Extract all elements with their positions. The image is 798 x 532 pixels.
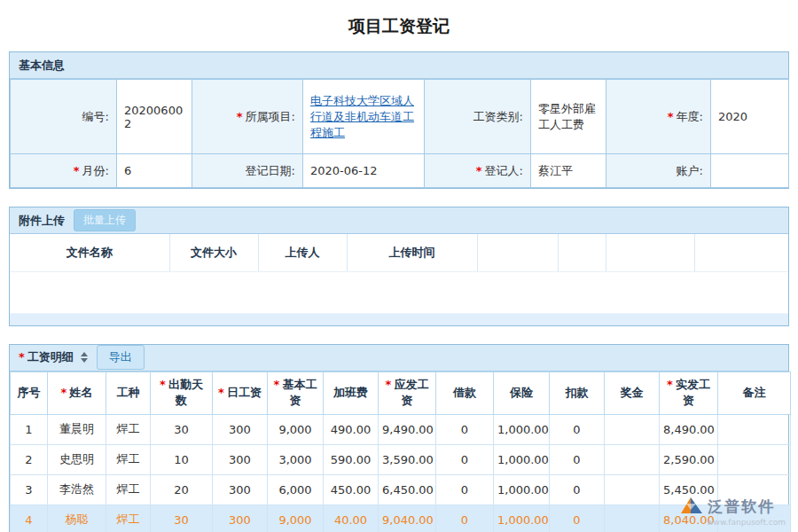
table-cell: 3,590.00 bbox=[379, 444, 436, 474]
required-marker: * bbox=[386, 378, 392, 391]
table-cell: 1,000.00 bbox=[494, 444, 550, 474]
table-cell: 3,000 bbox=[268, 444, 324, 474]
table-cell bbox=[605, 444, 660, 474]
table-cell: 300 bbox=[213, 414, 268, 444]
table-cell: 6,450.00 bbox=[379, 474, 436, 505]
table-cell: 40.00 bbox=[324, 505, 379, 532]
table-cell: 30 bbox=[151, 414, 213, 444]
col-bonus: 奖金 bbox=[605, 372, 660, 414]
vendor-website: www.fanpusoft.com bbox=[680, 518, 786, 527]
table-cell: 9,490.00 bbox=[379, 414, 436, 444]
basic-info-title: 基本信息 bbox=[19, 58, 65, 74]
table-cell: 300 bbox=[213, 474, 268, 505]
registrant-label: *登记人: bbox=[425, 154, 531, 188]
attachments-footer-strip bbox=[10, 313, 788, 325]
col-daily-wage: *日工资 bbox=[213, 372, 268, 414]
table-cell bbox=[605, 505, 660, 532]
required-marker: * bbox=[160, 378, 166, 391]
wage-details-section: *工资明细 导出 序号 *姓名 工种 *出勤天数 *日工资 *基本工资 加班费 … bbox=[9, 344, 789, 532]
table-cell: 0 bbox=[550, 505, 605, 532]
col-attendance-days: *出勤天数 bbox=[151, 372, 213, 414]
wage-type-value: 零星外部雇工人工费 bbox=[531, 80, 606, 154]
table-cell: 焊工 bbox=[106, 474, 151, 505]
table-cell: 0 bbox=[550, 474, 605, 505]
table-cell: 1,000.00 bbox=[494, 474, 550, 505]
wage-type-label: 工资类别: bbox=[425, 80, 531, 154]
sort-icon[interactable] bbox=[81, 352, 88, 363]
table-cell: 300 bbox=[213, 444, 268, 474]
month-label: *月份: bbox=[11, 154, 117, 188]
table-cell: 0 bbox=[436, 505, 494, 532]
table-cell: 1,000.00 bbox=[494, 505, 550, 532]
table-cell: 焊工 bbox=[106, 505, 151, 532]
col-remark: 备注 bbox=[718, 372, 791, 414]
table-cell: 杨聪 bbox=[48, 505, 106, 532]
table-cell: 史思明 bbox=[48, 444, 106, 474]
reg-date-label: 登记日期: bbox=[192, 154, 303, 188]
attachments-table: 文件名称 文件大小 上传人 上传时间 bbox=[10, 234, 788, 272]
col-upload-time: 上传时间 bbox=[347, 234, 477, 271]
table-cell: 2,590.00 bbox=[660, 444, 718, 474]
wage-table-header-row: 序号 *姓名 工种 *出勤天数 *日工资 *基本工资 加班费 *应发工资 借款 … bbox=[11, 372, 791, 414]
col-uploader: 上传人 bbox=[258, 234, 347, 271]
wage-details-header: *工资明细 导出 bbox=[10, 345, 788, 372]
table-cell: 0 bbox=[436, 414, 494, 444]
table-cell: 9,000 bbox=[268, 505, 324, 532]
table-cell: 1,000.00 bbox=[494, 414, 550, 444]
table-cell: 10 bbox=[151, 444, 213, 474]
col-empty-1 bbox=[477, 234, 558, 271]
col-file-size: 文件大小 bbox=[169, 234, 258, 271]
col-base-wage: *基本工资 bbox=[268, 372, 324, 414]
required-marker: * bbox=[218, 386, 224, 399]
project-value: 电子科技大学区域人行道及非机动车道工程施工 bbox=[303, 80, 425, 154]
table-cell: 450.00 bbox=[324, 474, 379, 505]
fanpu-logo-icon bbox=[680, 496, 703, 517]
wage-row-selected[interactable]: 4 杨聪 焊工 30 300 9,000 40.00 9,040.00 0 1,… bbox=[11, 505, 791, 532]
required-marker: * bbox=[274, 378, 280, 391]
year-label: *年度: bbox=[606, 80, 711, 154]
batch-upload-button[interactable]: 批量上传 bbox=[74, 209, 136, 231]
basic-info-section: 基本信息 编号: 202006002 *所属项目: 电子科技大学区域人行道及非机… bbox=[9, 51, 789, 189]
attachments-header: 附件上传 批量上传 bbox=[10, 207, 788, 234]
table-cell: 490.00 bbox=[324, 414, 379, 444]
col-name: *姓名 bbox=[48, 372, 106, 414]
table-cell: 董晨明 bbox=[48, 414, 106, 444]
col-file-name: 文件名称 bbox=[10, 234, 169, 271]
col-job-type: 工种 bbox=[106, 372, 151, 414]
wage-row[interactable]: 1 董晨明 焊工 30 300 9,000 490.00 9,490.00 0 … bbox=[11, 414, 791, 444]
required-marker: * bbox=[61, 386, 67, 399]
table-cell bbox=[605, 414, 660, 444]
vendor-watermark: 泛普软件 www.fanpusoft.com bbox=[680, 496, 786, 527]
table-cell: 590.00 bbox=[324, 444, 379, 474]
wage-row[interactable]: 2 史思明 焊工 10 300 3,000 590.00 3,590.00 0 … bbox=[11, 444, 791, 474]
col-empty-4 bbox=[694, 234, 788, 271]
wage-row[interactable]: 3 李浩然 焊工 20 300 6,000 450.00 6,450.00 0 … bbox=[11, 474, 791, 505]
project-label: *所属项目: bbox=[192, 80, 303, 154]
page-title: 项目工资登记 bbox=[0, 0, 798, 51]
col-loan: 借款 bbox=[436, 372, 494, 414]
account-label: 账户: bbox=[606, 154, 711, 188]
export-button[interactable]: 导出 bbox=[97, 345, 145, 370]
table-cell: 0 bbox=[550, 414, 605, 444]
wage-details-title: *工资明细 bbox=[19, 349, 74, 365]
required-marker: * bbox=[237, 110, 243, 123]
table-cell: 8,490.00 bbox=[660, 414, 718, 444]
attachments-title: 附件上传 bbox=[19, 213, 65, 229]
required-marker: * bbox=[668, 110, 674, 123]
table-cell: 300 bbox=[213, 505, 268, 532]
table-cell: 焊工 bbox=[106, 414, 151, 444]
number-value: 202006002 bbox=[117, 80, 192, 154]
col-insurance: 保险 bbox=[494, 372, 550, 414]
col-overtime-pay: 加班费 bbox=[324, 372, 379, 414]
project-link[interactable]: 电子科技大学区域人行道及非机动车道工程施工 bbox=[310, 94, 414, 139]
year-value: 2020 bbox=[711, 80, 789, 154]
table-cell: 焊工 bbox=[106, 444, 151, 474]
table-cell: 1 bbox=[11, 414, 48, 444]
basic-info-header: 基本信息 bbox=[10, 52, 788, 79]
table-cell bbox=[605, 474, 660, 505]
table-cell: 9,040.00 bbox=[379, 505, 436, 532]
col-index: 序号 bbox=[11, 372, 48, 414]
registrant-value: 蔡江平 bbox=[531, 154, 606, 188]
col-empty-2 bbox=[558, 234, 606, 271]
wage-details-table: 序号 *姓名 工种 *出勤天数 *日工资 *基本工资 加班费 *应发工资 借款 … bbox=[10, 372, 791, 532]
